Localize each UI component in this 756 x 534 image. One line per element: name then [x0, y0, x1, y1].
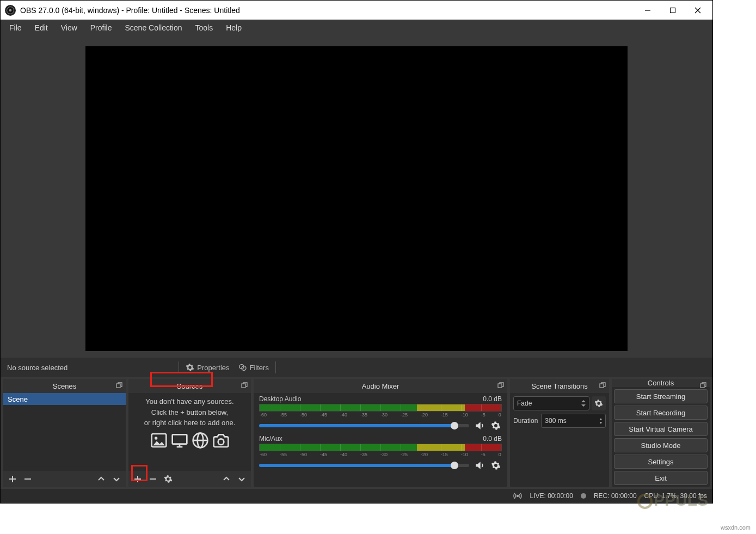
scenes-header[interactable]: Scenes	[3, 379, 126, 393]
channel-db: 0.0 dB	[483, 395, 502, 403]
svg-point-1	[9, 9, 12, 11]
filters-button[interactable]: Filters	[234, 360, 273, 375]
volume-slider[interactable]	[259, 424, 469, 427]
transitions-body: Fade Duration 300 ms ▲▼	[510, 393, 609, 431]
svg-marker-27	[581, 400, 586, 402]
maximize-button[interactable]	[660, 2, 685, 19]
titlebar: OBS 27.0.0 (64-bit, windows) - Profile: …	[1, 1, 712, 20]
app-window: OBS 27.0.0 (64-bit, windows) - Profile: …	[0, 0, 713, 504]
scene-item[interactable]: Scene	[3, 393, 126, 405]
popout-icon[interactable]	[115, 381, 124, 390]
channel-db: 0.0 dB	[483, 435, 502, 443]
close-button[interactable]	[685, 2, 710, 19]
duration-spinbox[interactable]: 300 ms ▲▼	[541, 414, 606, 428]
transitions-dock: Scene Transitions Fade Duration 300 ms ▲…	[510, 379, 609, 487]
svg-point-30	[517, 495, 519, 497]
menu-bar: File Edit View Profile Scene Collection …	[1, 20, 712, 36]
spinbox-arrows[interactable]: ▲▼	[597, 417, 605, 425]
transition-settings-button[interactable]	[592, 396, 606, 410]
popout-icon[interactable]	[699, 381, 708, 390]
mixer-title: Audio Mixer	[362, 382, 399, 390]
rec-indicator-icon	[581, 493, 586, 499]
source-settings-button[interactable]	[161, 472, 175, 486]
meter-labels: -60-55-50-45-40-35-30-25-20-15-10-50	[259, 412, 502, 418]
menu-view[interactable]: View	[54, 20, 84, 36]
sources-list[interactable]: You don't have any sources. Click the + …	[128, 393, 251, 471]
audio-mixer-dock: Audio Mixer Desktop Audio 0.0 dB -60-55-…	[254, 379, 507, 487]
sources-header[interactable]: Sources	[128, 379, 251, 393]
meter-labels: -60-55-50-45-40-35-30-25-20-15-10-50	[259, 452, 502, 457]
mixer-header[interactable]: Audio Mixer	[254, 379, 507, 393]
sources-empty-l3: or right click here to add one.	[133, 418, 247, 428]
minimize-button[interactable]	[635, 2, 660, 19]
remove-source-button[interactable]	[146, 472, 160, 486]
svg-point-32	[638, 495, 651, 508]
toolbar-separator	[179, 361, 179, 373]
menu-help[interactable]: Help	[219, 20, 248, 36]
start-virtual-camera-button[interactable]: Start Virtual Camera	[614, 422, 708, 436]
start-streaming-button[interactable]: Start Streaming	[614, 389, 708, 403]
channel-name: Mic/Aux	[259, 435, 282, 443]
settings-button[interactable]: Settings	[614, 455, 708, 469]
controls-body: Start Streaming Start Recording Start Vi…	[612, 387, 710, 487]
svg-marker-28	[581, 404, 586, 407]
dropdown-icon	[581, 400, 586, 407]
channel-settings-button[interactable]	[490, 459, 502, 471]
audio-meter	[259, 404, 502, 412]
audio-meter	[259, 444, 502, 451]
preview-canvas[interactable]	[85, 46, 628, 351]
transition-select[interactable]: Fade	[513, 396, 589, 410]
speaker-icon[interactable]	[474, 459, 485, 471]
sources-dock: Sources You don't have any sources. Clic…	[128, 379, 251, 487]
controls-header[interactable]: Controls	[612, 379, 710, 387]
sources-empty-l2: Click the + button below,	[133, 407, 247, 418]
scenes-list[interactable]: Scene	[3, 393, 126, 471]
preview-area	[1, 36, 712, 358]
filters-label: Filters	[250, 364, 269, 372]
svg-rect-8	[116, 384, 120, 388]
gear-icon	[186, 363, 194, 372]
add-source-button[interactable]	[131, 472, 145, 486]
watermark-text: wsxdn.com	[721, 524, 751, 531]
svg-rect-25	[498, 384, 502, 388]
svg-rect-12	[242, 384, 245, 388]
rec-status: REC: 00:00:00	[594, 492, 637, 500]
studio-mode-button[interactable]: Studio Mode	[614, 438, 708, 452]
move-source-down-button[interactable]	[235, 472, 249, 486]
popout-icon[interactable]	[496, 381, 505, 390]
popout-icon[interactable]	[598, 381, 607, 390]
menu-tools[interactable]: Tools	[189, 20, 220, 36]
properties-button[interactable]: Properties	[181, 360, 233, 375]
transitions-title: Scene Transitions	[531, 382, 587, 390]
menu-edit[interactable]: Edit	[28, 20, 54, 36]
volume-slider[interactable]	[259, 464, 469, 467]
svg-rect-26	[600, 384, 604, 388]
popout-icon[interactable]	[240, 381, 249, 390]
remove-scene-button[interactable]	[21, 472, 35, 486]
window-title: OBS 27.0.0 (64-bit, windows) - Profile: …	[20, 6, 635, 15]
svg-rect-29	[700, 384, 704, 388]
browser-source-icon	[192, 432, 209, 449]
display-source-icon	[171, 432, 188, 449]
add-scene-button[interactable]	[5, 472, 20, 486]
move-scene-down-button[interactable]	[109, 472, 124, 486]
source-toolbar: No source selected Properties Filters	[1, 358, 712, 377]
status-bar: LIVE: 00:00:00 REC: 00:00:00 CPU: 1.7%, …	[1, 489, 712, 503]
menu-scene-collection[interactable]: Scene Collection	[118, 20, 188, 36]
sources-empty-message: You don't have any sources. Click the + …	[128, 393, 251, 449]
start-recording-button[interactable]: Start Recording	[614, 406, 708, 420]
menu-profile[interactable]: Profile	[84, 20, 119, 36]
mixer-channel-mic: Mic/Aux 0.0 dB -60-55-50-45-40-35-30-25-…	[254, 433, 507, 472]
scenes-title: Scenes	[53, 382, 76, 390]
transitions-header[interactable]: Scene Transitions	[510, 379, 609, 393]
scenes-toolbar	[3, 471, 126, 487]
obs-app-icon	[5, 5, 16, 16]
channel-settings-button[interactable]	[490, 420, 502, 432]
speaker-icon[interactable]	[474, 420, 485, 432]
menu-file[interactable]: File	[3, 20, 28, 36]
source-type-icons	[133, 432, 247, 449]
move-scene-up-button[interactable]	[94, 472, 108, 486]
duration-label: Duration	[513, 417, 538, 425]
move-source-up-button[interactable]	[219, 472, 233, 486]
camera-source-icon	[212, 432, 230, 449]
